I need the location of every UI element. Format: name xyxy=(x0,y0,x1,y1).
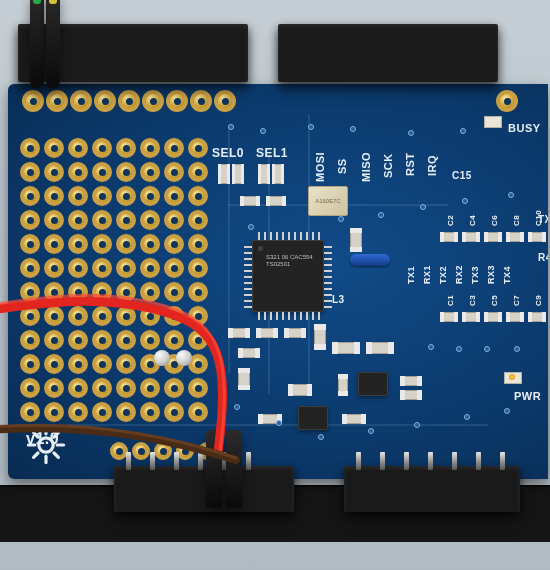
svg-line-8 xyxy=(34,453,38,457)
qfp-lead xyxy=(288,232,290,240)
smd xyxy=(284,328,306,338)
qfp-lead xyxy=(324,252,332,254)
proto-pad xyxy=(164,378,184,398)
crystal: A160E7C xyxy=(308,186,348,216)
via xyxy=(318,434,324,440)
proto-pad xyxy=(20,306,40,326)
proto-pad xyxy=(116,210,136,230)
qfp-lead xyxy=(324,300,332,302)
cap xyxy=(506,232,524,242)
proto-pad xyxy=(188,330,208,350)
qfp-lead xyxy=(324,306,332,308)
proto-pad xyxy=(92,330,112,350)
via xyxy=(504,408,510,414)
top-pad xyxy=(166,90,188,112)
qfp-lead xyxy=(324,282,332,284)
header-bottom-right xyxy=(344,466,520,512)
proto-pad xyxy=(188,186,208,206)
via xyxy=(228,124,234,130)
header-pin xyxy=(356,452,361,470)
bottom-pad xyxy=(154,442,172,460)
via xyxy=(248,224,254,230)
via xyxy=(460,128,466,134)
proto-pad xyxy=(20,186,40,206)
silk-mosi: MOSI xyxy=(314,152,326,182)
proto-pad xyxy=(188,282,208,302)
proto-pad xyxy=(92,138,112,158)
header-pin xyxy=(198,452,203,470)
proto-pad xyxy=(164,258,184,278)
qfp-lead xyxy=(244,282,252,284)
smd xyxy=(400,376,422,386)
proto-pad xyxy=(44,210,64,230)
via xyxy=(462,198,468,204)
cap xyxy=(528,312,546,322)
proto-pad xyxy=(140,162,160,182)
proto-pad xyxy=(140,138,160,158)
sel0-jumper xyxy=(232,164,244,184)
proto-pad xyxy=(188,162,208,182)
via xyxy=(428,344,434,350)
silk-r4: R4 xyxy=(538,252,548,263)
silk-rstspi: RST xyxy=(404,153,416,177)
header-pin xyxy=(150,452,155,470)
qfp-lead xyxy=(300,312,302,320)
led-busy xyxy=(484,116,502,128)
qfp-lead xyxy=(276,312,278,320)
proto-pad xyxy=(44,306,64,326)
proto-pad xyxy=(92,186,112,206)
qfp-lead xyxy=(264,312,266,320)
silk-cap: C1 xyxy=(446,295,455,306)
proto-pad xyxy=(116,138,136,158)
proto-pad xyxy=(92,306,112,326)
qfp-lead xyxy=(324,288,332,290)
silk-pwr: PWR xyxy=(514,390,541,402)
header-pin xyxy=(380,452,385,470)
proto-pad xyxy=(20,354,40,374)
proto-pad xyxy=(68,186,88,206)
smd xyxy=(350,228,362,252)
qfp-lead xyxy=(244,300,252,302)
wire-tip-yellow xyxy=(49,0,57,4)
proto-pad xyxy=(140,210,160,230)
proto-pad xyxy=(140,306,160,326)
cap xyxy=(506,312,524,322)
proto-pad xyxy=(164,402,184,422)
proto-area xyxy=(20,138,218,424)
proto-pad xyxy=(116,186,136,206)
top-pad xyxy=(22,90,44,112)
proto-pad xyxy=(20,330,40,350)
smd xyxy=(238,368,250,390)
proto-pad xyxy=(116,402,136,422)
open-hardware-logo-icon xyxy=(26,425,66,465)
jumper-plug xyxy=(206,430,222,508)
proto-pad xyxy=(188,402,208,422)
header-pin xyxy=(500,452,505,470)
silk-cap: C5 xyxy=(490,295,499,306)
proto-pad xyxy=(68,234,88,254)
proto-pad xyxy=(92,258,112,278)
silk-sck: SCK xyxy=(382,153,394,178)
qfp-lead xyxy=(324,270,332,272)
inductor-blue xyxy=(350,254,390,266)
silk-tx1: TX1 xyxy=(406,266,416,284)
qfp-lead xyxy=(288,312,290,320)
header-pin xyxy=(452,452,457,470)
proto-pad xyxy=(188,378,208,398)
smd xyxy=(332,342,360,354)
top-pad xyxy=(46,90,68,112)
qfp-lead xyxy=(244,294,252,296)
chip-marking: S321 06 CAC554 TS02501 xyxy=(266,254,324,268)
qfp-lead xyxy=(312,232,314,240)
qfp-lead xyxy=(306,232,308,240)
qfp-lead xyxy=(258,312,260,320)
proto-pad xyxy=(20,378,40,398)
top-pad xyxy=(94,90,116,112)
silk-cap: C3 xyxy=(468,295,477,306)
top-pad xyxy=(142,90,164,112)
header-pin xyxy=(404,452,409,470)
qfp-lead xyxy=(294,312,296,320)
proto-pad xyxy=(140,378,160,398)
qfp-lead xyxy=(300,232,302,240)
qfp-lead xyxy=(318,232,320,240)
